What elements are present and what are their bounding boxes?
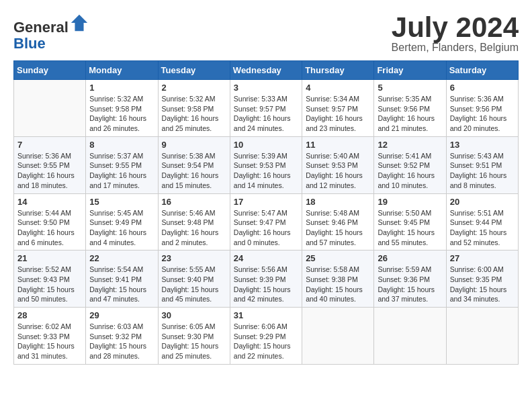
- calendar-cell: [446, 308, 518, 365]
- day-info: Sunrise: 5:43 AMSunset: 9:51 PMDaylight:…: [450, 151, 515, 191]
- calendar-week-4: 21Sunrise: 5:52 AMSunset: 9:43 PMDayligh…: [14, 250, 519, 308]
- day-info: Sunrise: 5:48 AMSunset: 9:46 PMDaylight:…: [306, 208, 370, 248]
- day-info: Sunrise: 5:38 AMSunset: 9:54 PMDaylight:…: [162, 151, 226, 191]
- day-number: 3: [234, 83, 298, 93]
- day-info: Sunrise: 6:00 AMSunset: 9:35 PMDaylight:…: [450, 265, 515, 304]
- calendar-cell: 14Sunrise: 5:44 AMSunset: 9:50 PMDayligh…: [14, 193, 86, 250]
- calendar-cell: 22Sunrise: 5:54 AMSunset: 9:41 PMDayligh…: [86, 250, 158, 308]
- calendar-cell: [302, 308, 374, 365]
- page-header: General Blue July 2024 Bertem, Flanders,…: [13, 13, 519, 54]
- day-number: 30: [162, 310, 226, 320]
- day-number: 20: [450, 197, 515, 207]
- day-info: Sunrise: 6:02 AMSunset: 9:33 PMDaylight:…: [17, 322, 82, 361]
- calendar-cell: 24Sunrise: 5:56 AMSunset: 9:39 PMDayligh…: [230, 250, 302, 308]
- day-info: Sunrise: 5:47 AMSunset: 9:47 PMDaylight:…: [234, 208, 298, 248]
- day-number: 27: [450, 253, 515, 263]
- day-info: Sunrise: 5:52 AMSunset: 9:43 PMDaylight:…: [17, 265, 82, 304]
- logo-general: General: [13, 19, 69, 36]
- day-number: 31: [234, 310, 298, 320]
- col-header-sunday: Sunday: [14, 61, 86, 80]
- day-info: Sunrise: 5:59 AMSunset: 9:36 PMDaylight:…: [378, 265, 442, 304]
- calendar-cell: 10Sunrise: 5:39 AMSunset: 9:53 PMDayligh…: [230, 136, 302, 193]
- calendar-week-5: 28Sunrise: 6:02 AMSunset: 9:33 PMDayligh…: [14, 308, 519, 365]
- day-info: Sunrise: 5:36 AMSunset: 9:56 PMDaylight:…: [450, 94, 515, 134]
- day-number: 11: [306, 140, 370, 150]
- calendar-cell: 18Sunrise: 5:48 AMSunset: 9:46 PMDayligh…: [302, 193, 374, 250]
- day-number: 2: [162, 83, 226, 93]
- day-number: 4: [306, 83, 370, 93]
- calendar-cell: 3Sunrise: 5:33 AMSunset: 9:57 PMDaylight…: [230, 80, 302, 137]
- day-info: Sunrise: 5:39 AMSunset: 9:53 PMDaylight:…: [234, 151, 298, 191]
- calendar-cell: [14, 80, 86, 137]
- calendar-cell: 7Sunrise: 5:36 AMSunset: 9:55 PMDaylight…: [14, 136, 86, 193]
- calendar-table: SundayMondayTuesdayWednesdayThursdayFrid…: [13, 60, 519, 365]
- day-number: 26: [378, 253, 442, 263]
- calendar-cell: 31Sunrise: 6:06 AMSunset: 9:29 PMDayligh…: [230, 308, 302, 365]
- calendar-header-row: SundayMondayTuesdayWednesdayThursdayFrid…: [14, 61, 519, 80]
- col-header-monday: Monday: [86, 61, 158, 80]
- day-info: Sunrise: 5:35 AMSunset: 9:56 PMDaylight:…: [378, 94, 442, 134]
- col-header-saturday: Saturday: [446, 61, 518, 80]
- calendar-cell: 21Sunrise: 5:52 AMSunset: 9:43 PMDayligh…: [14, 250, 86, 308]
- calendar-cell: 29Sunrise: 6:03 AMSunset: 9:32 PMDayligh…: [86, 308, 158, 365]
- calendar-cell: 17Sunrise: 5:47 AMSunset: 9:47 PMDayligh…: [230, 193, 302, 250]
- calendar-week-1: 1Sunrise: 5:32 AMSunset: 9:58 PMDaylight…: [14, 80, 519, 137]
- day-number: 19: [378, 197, 442, 207]
- calendar-cell: 2Sunrise: 5:32 AMSunset: 9:58 PMDaylight…: [158, 80, 230, 137]
- day-info: Sunrise: 5:44 AMSunset: 9:50 PMDaylight:…: [17, 208, 82, 248]
- day-number: 13: [450, 140, 515, 150]
- svg-marker-0: [71, 15, 87, 31]
- day-number: 15: [89, 197, 154, 207]
- calendar-cell: 28Sunrise: 6:02 AMSunset: 9:33 PMDayligh…: [14, 308, 86, 365]
- day-number: 1: [89, 83, 154, 93]
- calendar-cell: 27Sunrise: 6:00 AMSunset: 9:35 PMDayligh…: [446, 250, 518, 308]
- logo-icon: [70, 13, 89, 32]
- day-number: 14: [17, 197, 82, 207]
- day-number: 24: [234, 253, 298, 263]
- calendar-cell: 30Sunrise: 6:05 AMSunset: 9:30 PMDayligh…: [158, 308, 230, 365]
- day-info: Sunrise: 5:32 AMSunset: 9:58 PMDaylight:…: [162, 94, 226, 134]
- day-number: 8: [89, 140, 154, 150]
- day-info: Sunrise: 5:32 AMSunset: 9:58 PMDaylight:…: [89, 94, 154, 134]
- day-number: 9: [162, 140, 226, 150]
- day-number: 21: [17, 253, 82, 263]
- day-number: 23: [162, 253, 226, 263]
- calendar-cell: 23Sunrise: 5:55 AMSunset: 9:40 PMDayligh…: [158, 250, 230, 308]
- day-number: 6: [450, 83, 515, 93]
- col-header-tuesday: Tuesday: [158, 61, 230, 80]
- day-number: 25: [306, 253, 370, 263]
- day-number: 22: [89, 253, 154, 263]
- day-number: 5: [378, 83, 442, 93]
- day-number: 17: [234, 197, 298, 207]
- calendar-cell: 13Sunrise: 5:43 AMSunset: 9:51 PMDayligh…: [446, 136, 518, 193]
- day-number: 29: [89, 310, 154, 320]
- calendar-cell: 20Sunrise: 5:51 AMSunset: 9:44 PMDayligh…: [446, 193, 518, 250]
- day-number: 10: [234, 140, 298, 150]
- calendar-cell: 1Sunrise: 5:32 AMSunset: 9:58 PMDaylight…: [86, 80, 158, 137]
- day-info: Sunrise: 5:34 AMSunset: 9:57 PMDaylight:…: [306, 94, 370, 134]
- day-info: Sunrise: 5:37 AMSunset: 9:55 PMDaylight:…: [89, 151, 154, 191]
- day-info: Sunrise: 5:40 AMSunset: 9:53 PMDaylight:…: [306, 151, 370, 191]
- title-block: July 2024 Bertem, Flanders, Belgium: [392, 13, 519, 54]
- calendar-cell: 4Sunrise: 5:34 AMSunset: 9:57 PMDaylight…: [302, 80, 374, 137]
- calendar-cell: [374, 308, 446, 365]
- day-info: Sunrise: 5:41 AMSunset: 9:52 PMDaylight:…: [378, 151, 442, 191]
- calendar-cell: 12Sunrise: 5:41 AMSunset: 9:52 PMDayligh…: [374, 136, 446, 193]
- calendar-week-2: 7Sunrise: 5:36 AMSunset: 9:55 PMDaylight…: [14, 136, 519, 193]
- calendar-cell: 25Sunrise: 5:58 AMSunset: 9:38 PMDayligh…: [302, 250, 374, 308]
- col-header-thursday: Thursday: [302, 61, 374, 80]
- day-info: Sunrise: 5:51 AMSunset: 9:44 PMDaylight:…: [450, 208, 515, 248]
- logo-blue: Blue: [13, 35, 46, 52]
- col-header-friday: Friday: [374, 61, 446, 80]
- day-info: Sunrise: 6:05 AMSunset: 9:30 PMDaylight:…: [162, 322, 226, 361]
- day-info: Sunrise: 6:03 AMSunset: 9:32 PMDaylight:…: [89, 322, 154, 361]
- day-info: Sunrise: 5:46 AMSunset: 9:48 PMDaylight:…: [162, 208, 226, 248]
- day-info: Sunrise: 5:55 AMSunset: 9:40 PMDaylight:…: [162, 265, 226, 304]
- day-info: Sunrise: 5:36 AMSunset: 9:55 PMDaylight:…: [17, 151, 82, 191]
- day-number: 7: [17, 140, 82, 150]
- calendar-cell: 16Sunrise: 5:46 AMSunset: 9:48 PMDayligh…: [158, 193, 230, 250]
- day-info: Sunrise: 5:50 AMSunset: 9:45 PMDaylight:…: [378, 208, 442, 248]
- calendar-cell: 9Sunrise: 5:38 AMSunset: 9:54 PMDaylight…: [158, 136, 230, 193]
- day-info: Sunrise: 5:45 AMSunset: 9:49 PMDaylight:…: [89, 208, 154, 248]
- location: Bertem, Flanders, Belgium: [392, 42, 519, 54]
